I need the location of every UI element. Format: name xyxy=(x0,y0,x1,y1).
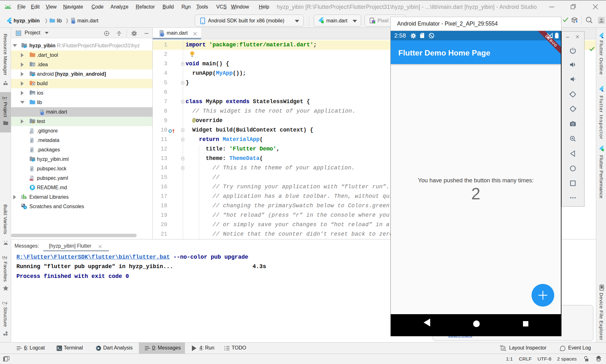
svg-text:YML: YML xyxy=(30,179,33,181)
